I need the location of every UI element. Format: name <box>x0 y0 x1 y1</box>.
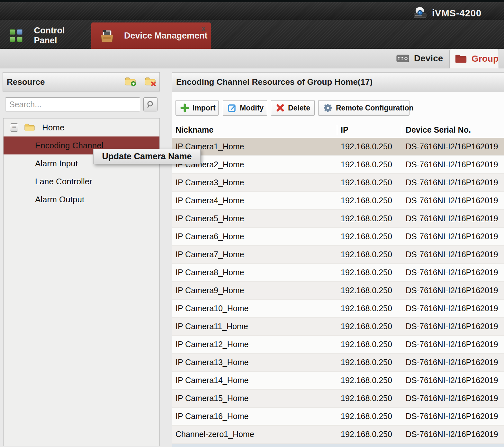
table-row[interactable]: IP Camera4_Home192.168.0.250DS-7616NI-I2… <box>172 192 504 210</box>
modify-button[interactable]: Modify <box>223 100 267 116</box>
table-row[interactable]: IP Camera7_Home192.168.0.250DS-7616NI-I2… <box>172 246 504 264</box>
cell-ip: 192.168.0.250 <box>341 210 392 227</box>
cell-ip: 192.168.0.250 <box>341 228 392 245</box>
cell-nickname: IP Camera5_Home <box>176 210 244 227</box>
subtab-label: Group <box>472 54 499 64</box>
table-row[interactable]: IP Camera5_Home192.168.0.250DS-7616NI-I2… <box>172 210 504 228</box>
cell-nickname: IP Camera13_Home <box>176 354 248 371</box>
tab-control-panel[interactable]: Control Panel <box>3 22 90 49</box>
cell-nickname: IP Camera16_Home <box>176 408 248 425</box>
search-input[interactable] <box>5 97 140 111</box>
table-header: Nickname IP Device Serial No. <box>172 121 504 138</box>
window-titlebar: iVMS-4200 <box>0 0 504 20</box>
cell-nickname: IP Camera12_Home <box>176 336 248 353</box>
cell-ip: 192.168.0.250 <box>341 246 392 263</box>
table-row[interactable]: IP Camera15_Home192.168.0.250DS-7616NI-I… <box>172 390 504 408</box>
tab-device[interactable]: Device <box>396 49 447 68</box>
cell-ip: 192.168.0.250 <box>341 192 392 209</box>
cell-ip: 192.168.0.250 <box>341 282 392 299</box>
main-tabbar: Control Panel Device Management x <box>0 20 504 49</box>
cell-ip: 192.168.0.250 <box>341 426 392 443</box>
resource-panel-title: Resource <box>7 77 45 87</box>
remote-configuration-button[interactable]: Remote Configuration <box>318 100 410 116</box>
tab-device-management[interactable]: Device Management x <box>91 22 211 49</box>
table-row[interactable]: Channel-zero1_Home192.168.0.250DS-7616NI… <box>172 426 504 444</box>
table-toolbar: Import Modify Delete <box>172 92 504 121</box>
gear-icon <box>323 103 333 113</box>
tab-label: Device Management <box>124 31 208 41</box>
table-row[interactable]: IP Camera11_Home192.168.0.250DS-7616NI-I… <box>172 318 504 336</box>
encoding-channel-panel-title: Encoding Channel Resources of Group Home… <box>176 77 373 87</box>
resources-table: Nickname IP Device Serial No. IP Camera1… <box>172 121 504 447</box>
cell-serial: DS-7616NI-I2/16P162019 <box>406 282 504 299</box>
table-row[interactable]: IP Camera8_Home192.168.0.250DS-7616NI-I2… <box>172 264 504 282</box>
column-header-serial[interactable]: Device Serial No. <box>406 121 471 138</box>
column-divider <box>337 125 337 135</box>
cell-serial: DS-7616NI-I2/16P162019 <box>406 192 504 209</box>
cell-ip: 192.168.0.250 <box>341 336 392 353</box>
cell-serial: DS-7616NI-I2/16P162019 <box>406 138 504 155</box>
table-row[interactable]: IP Camera3_Home192.168.0.250DS-7616NI-I2… <box>172 174 504 192</box>
app-title: iVMS-4200 <box>432 2 482 22</box>
cell-nickname: IP Camera14_Home <box>176 372 248 389</box>
cell-serial: DS-7616NI-I2/16P162019 <box>406 318 504 335</box>
button-label: Delete <box>288 104 310 112</box>
cell-serial: DS-7616NI-I2/16P162019 <box>406 300 504 317</box>
column-divider <box>402 125 402 135</box>
cell-ip: 192.168.0.250 <box>341 372 392 389</box>
table-row[interactable]: IP Camera13_Home192.168.0.250DS-7616NI-I… <box>172 354 504 372</box>
edit-icon <box>228 103 237 113</box>
cell-nickname: IP Camera4_Home <box>176 192 244 209</box>
table-row[interactable]: IP Camera12_Home192.168.0.250DS-7616NI-I… <box>172 336 504 354</box>
cell-ip: 192.168.0.250 <box>341 354 392 371</box>
search-button[interactable] <box>143 97 158 111</box>
column-header-ip[interactable]: IP <box>341 121 348 138</box>
delete-button[interactable]: Delete <box>271 100 315 116</box>
collapse-icon[interactable]: − <box>10 123 18 132</box>
cell-serial: DS-7616NI-I2/16P162019 <box>406 372 504 389</box>
button-label: Modify <box>240 104 264 112</box>
cell-serial: DS-7616NI-I2/16P162019 <box>406 408 504 425</box>
table-row[interactable]: IP Camera6_Home192.168.0.250DS-7616NI-I2… <box>172 228 504 246</box>
cell-nickname: IP Camera9_Home <box>176 282 244 299</box>
device-group-tabbar: Device Group <box>0 49 504 68</box>
column-header-nickname[interactable]: Nickname <box>176 121 213 138</box>
cell-ip: 192.168.0.250 <box>341 318 392 335</box>
tree-item-alarm-output[interactable]: Alarm Output <box>4 190 159 208</box>
tab-group[interactable]: Group <box>449 49 499 68</box>
cell-ip: 192.168.0.250 <box>341 300 392 317</box>
group-folder-icon <box>455 54 467 64</box>
cell-nickname: IP Camera11_Home <box>176 318 248 335</box>
x-icon <box>276 103 285 113</box>
close-tab-icon[interactable]: x <box>200 25 207 32</box>
cell-nickname: IP Camera6_Home <box>176 228 244 245</box>
cell-serial: DS-7616NI-I2/16P162019 <box>406 246 504 263</box>
table-row[interactable]: IP Camera14_Home192.168.0.250DS-7616NI-I… <box>172 372 504 390</box>
cell-serial: DS-7616NI-I2/16P162019 <box>406 390 504 407</box>
delete-group-folder-icon[interactable] <box>145 76 156 87</box>
tree-item-lane-controller[interactable]: Lane Controller <box>4 172 159 190</box>
table-row[interactable]: IP Camera2_Home192.168.0.250DS-7616NI-I2… <box>172 156 504 174</box>
table-row[interactable]: IP Camera1_Home192.168.0.250DS-7616NI-I2… <box>172 138 504 156</box>
table-row[interactable]: IP Camera9_Home192.168.0.250DS-7616NI-I2… <box>172 282 504 300</box>
import-button[interactable]: Import <box>176 100 219 116</box>
context-menu-item-update-camera-name[interactable]: Update Camera Name <box>102 152 192 162</box>
control-panel-grid-icon <box>10 29 22 42</box>
resource-tree: − Home Encoding ChannelAlarm InputLane C… <box>3 118 160 446</box>
folder-icon <box>24 123 35 132</box>
cell-serial: DS-7616NI-I2/16P162019 <box>406 264 504 281</box>
cell-nickname: IP Camera10_Home <box>176 300 248 317</box>
encoding-channel-panel-header: Encoding Channel Resources of Group Home… <box>172 72 504 92</box>
subtab-label: Device <box>414 53 443 64</box>
cell-ip: 192.168.0.250 <box>341 408 392 425</box>
cell-ip: 192.168.0.250 <box>341 174 392 191</box>
table-row[interactable]: IP Camera16_Home192.168.0.250DS-7616NI-I… <box>172 408 504 426</box>
partial-next-row <box>172 444 504 447</box>
add-group-folder-icon[interactable] <box>125 76 136 87</box>
tab-label: Control Panel <box>34 26 90 46</box>
tree-item-label: Alarm Input <box>35 159 78 169</box>
tree-item-home[interactable]: − Home <box>4 118 159 136</box>
cell-serial: DS-7616NI-I2/16P162019 <box>406 174 504 191</box>
table-row[interactable]: IP Camera10_Home192.168.0.250DS-7616NI-I… <box>172 300 504 318</box>
button-label: Remote Configuration <box>336 104 414 112</box>
